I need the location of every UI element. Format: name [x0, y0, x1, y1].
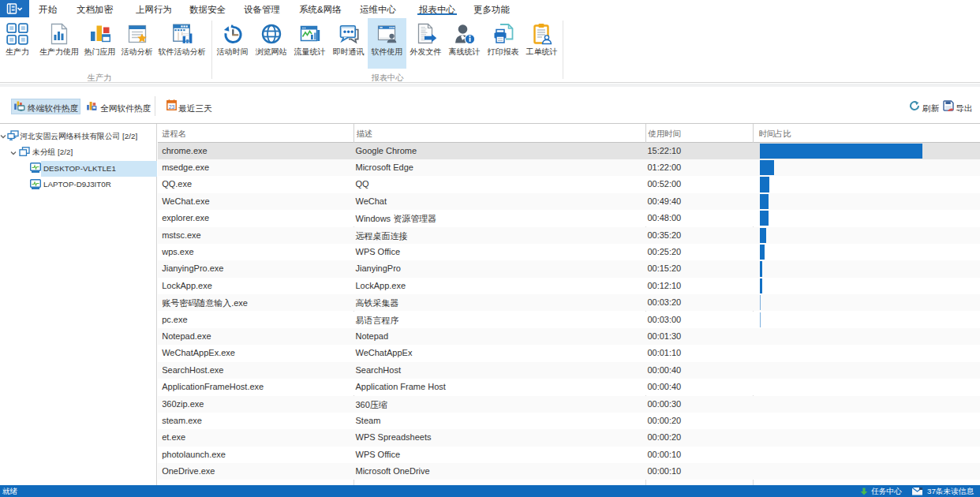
- svg-text:23: 23: [169, 104, 175, 110]
